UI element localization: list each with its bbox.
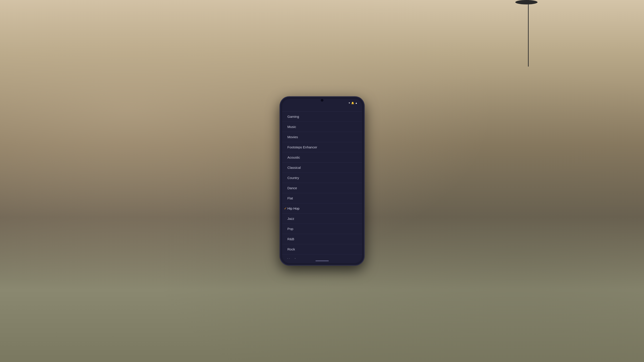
preset-label-music: Music <box>286 125 296 129</box>
preset-label-rnb: R&B <box>286 237 294 241</box>
notification-icon: 🔔 <box>351 102 354 104</box>
preset-label-gaming: Gaming <box>286 115 299 118</box>
preset-item-pop[interactable]: Pop <box>282 224 362 234</box>
preset-label-flat: Flat <box>286 196 293 200</box>
preset-label-dance: Dance <box>286 186 297 190</box>
preset-item-acoustic[interactable]: Acoustic <box>282 152 362 162</box>
preset-item-classical[interactable]: Classical <box>282 162 362 173</box>
preset-item-hip-hop[interactable]: ✓Hip Hop <box>282 204 362 214</box>
preset-label-vocal: Vocal <box>286 258 296 259</box>
preset-label-hip-hop: Hip Hop <box>286 206 300 210</box>
preset-label-acoustic: Acoustic <box>286 156 300 159</box>
preset-item-jazz[interactable]: Jazz <box>282 214 362 224</box>
wifi-icon: ▲ <box>355 102 358 104</box>
preset-item-vocal[interactable]: Vocal <box>282 254 362 259</box>
phone: ✦ 🔔 ▲ GamingMusicMoviesFootsteps Enhance… <box>280 97 364 265</box>
status-icons: ✦ 🔔 ▲ <box>348 102 358 104</box>
phone-screen: ✦ 🔔 ▲ GamingMusicMoviesFootsteps Enhance… <box>282 99 362 263</box>
presets-list[interactable]: GamingMusicMoviesFootsteps EnhancerAcous… <box>282 112 362 259</box>
phone-wrapper: ✦ 🔔 ▲ GamingMusicMoviesFootsteps Enhance… <box>280 97 364 265</box>
preset-item-country[interactable]: Country <box>282 173 362 183</box>
bottom-indicator <box>282 259 362 263</box>
home-indicator <box>316 260 329 261</box>
preset-item-rock[interactable]: Rock <box>282 244 362 254</box>
preset-item-rnb[interactable]: R&B <box>282 234 362 244</box>
nav-bar <box>282 106 362 112</box>
bluetooth-icon: ✦ <box>348 102 350 104</box>
preset-label-classical: Classical <box>286 166 301 170</box>
preset-item-dance[interactable]: Dance <box>282 183 362 193</box>
camera <box>321 99 324 102</box>
check-icon-hip-hop: ✓ <box>284 206 287 210</box>
preset-item-gaming[interactable]: Gaming <box>282 112 362 122</box>
preset-item-footsteps-enhancer[interactable]: Footsteps Enhancer <box>282 142 362 152</box>
preset-label-footsteps-enhancer: Footsteps Enhancer <box>286 145 317 149</box>
preset-item-movies[interactable]: Movies <box>282 132 362 142</box>
preset-item-music[interactable]: Music <box>282 122 362 132</box>
preset-label-country: Country <box>286 176 299 180</box>
preset-label-rock: Rock <box>286 247 295 251</box>
preset-label-movies: Movies <box>286 135 298 139</box>
preset-label-jazz: Jazz <box>286 217 294 220</box>
scene: ✦ 🔔 ▲ GamingMusicMoviesFootsteps Enhance… <box>0 0 644 362</box>
preset-label-pop: Pop <box>286 227 294 231</box>
preset-item-flat[interactable]: Flat <box>282 193 362 204</box>
